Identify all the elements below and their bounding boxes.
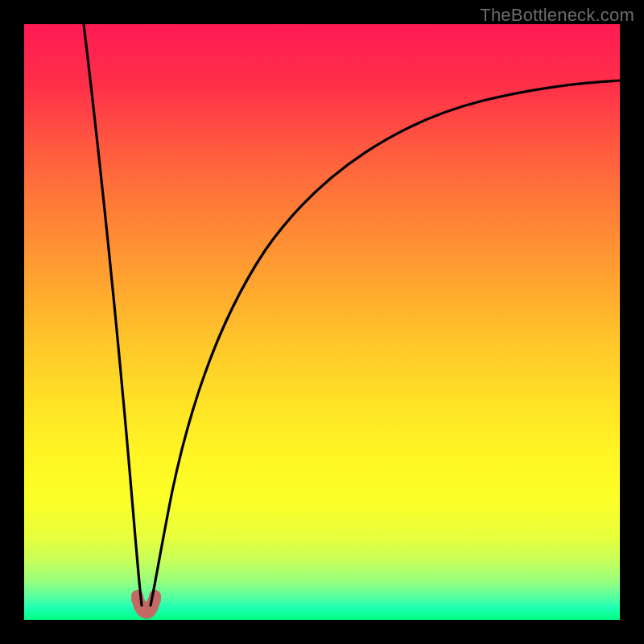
watermark-text: TheBottleneck.com (480, 5, 634, 26)
plot-area (24, 24, 620, 620)
curve-svg (24, 24, 620, 620)
left-branch (84, 24, 142, 605)
right-branch (151, 80, 620, 605)
chart-frame: TheBottleneck.com (0, 0, 644, 644)
